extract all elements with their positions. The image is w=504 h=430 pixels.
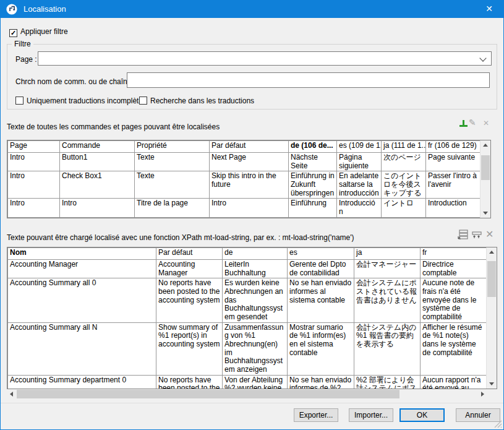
controls-table-vscrollbar[interactable]: [480, 140, 490, 218]
table-row[interactable]: Intro Label1 Texte Expense Reports Demo …: [8, 217, 481, 218]
cell[interactable]: Intro: [60, 199, 135, 217]
search-input[interactable]: [127, 72, 490, 88]
apply-filter-checkbox[interactable]: ✓Appliquer filtre: [9, 25, 68, 37]
cell[interactable]: Texte: [135, 217, 210, 218]
column-header-ja[interactable]: ja (111 de 1...: [382, 141, 426, 153]
cell[interactable]: Texte: [135, 153, 210, 171]
vscroll-thumb[interactable]: [487, 261, 496, 297]
apply-filter-checkmark[interactable]: ✓: [9, 29, 17, 37]
cell[interactable]: 会計システム内の %1 報告書の要約を表示する: [354, 322, 421, 375]
titlebar[interactable]: Localisation ✕: [1, 1, 503, 18]
incomplete-translations-checkbox[interactable]: Uniquement traductions incomplètes: [15, 95, 147, 106]
page-filter-combobox[interactable]: [38, 51, 492, 66]
cell[interactable]: %2 部署により会計システムにポストされている報告書はありません: [354, 375, 421, 389]
resize-grip[interactable]: [494, 420, 502, 428]
cell[interactable]: Zusammenfassung von %1 Abrechnung(en) im…: [223, 322, 288, 375]
cell[interactable]: Accounting Summary department 0: [8, 375, 156, 389]
search-in-translations-checkbox[interactable]: Recherche dans les traductions: [139, 95, 254, 106]
column-header-propriete[interactable]: Propriété: [135, 141, 210, 153]
chevron-down-icon[interactable]: [479, 54, 486, 61]
cell[interactable]: No reports have been posted to the accou…: [156, 375, 223, 389]
cell[interactable]: LeiterIn Buchhaltung: [223, 260, 288, 278]
cell[interactable]: Accounting Manager: [156, 260, 223, 278]
table-row[interactable]: Intro Check Box1 Texte Skip this intro i…: [8, 171, 481, 199]
cell[interactable]: Titre de la page: [135, 199, 210, 217]
cell[interactable]: Mostrar sumario de %1 inform(es) en el s…: [288, 322, 354, 375]
table-row[interactable]: Intro Button1 Texte Next Page Nächste Se…: [8, 153, 481, 171]
delete-row-icon[interactable]: ✕: [485, 228, 493, 240]
cell[interactable]: Démonstration Notes de frais: [426, 217, 481, 218]
scroll-right-icon[interactable]: [477, 389, 487, 399]
column-header-par-defaut[interactable]: Par défaut: [156, 248, 223, 260]
scroll-up-icon[interactable]: [481, 140, 490, 150]
cell[interactable]: En adelante saltarse la introducción: [337, 171, 382, 199]
cell[interactable]: Demostración de los: [337, 217, 382, 218]
cell[interactable]: 会計マネージャー: [354, 260, 421, 278]
cell[interactable]: Accounting Summary all N: [8, 322, 156, 375]
cell[interactable]: Texte: [135, 171, 210, 199]
table-row[interactable]: Intro Intro Titre de la page Intro Einfü…: [8, 199, 481, 217]
table-row[interactable]: Accounting Manager Accounting Manager Le…: [8, 260, 487, 278]
scroll-up-icon[interactable]: [487, 247, 497, 257]
column-header-ja[interactable]: ja: [354, 248, 421, 260]
table-row[interactable]: Accounting Summary department 0 No repor…: [8, 375, 487, 389]
cell[interactable]: Aucun rapport n'a été envoyé au départem…: [421, 375, 487, 389]
cell[interactable]: Label1: [60, 217, 135, 218]
cell[interactable]: No reports have been posted to the accou…: [156, 278, 223, 322]
cell[interactable]: No se han enviado informes al sistema co…: [288, 278, 354, 322]
cell[interactable]: Directrice comptable: [421, 260, 487, 278]
cell[interactable]: Introduction: [426, 199, 481, 217]
table-row[interactable]: Accounting Summary all N Show summary of…: [8, 322, 487, 375]
cell[interactable]: Intro: [8, 217, 60, 218]
cell[interactable]: Einführung: [289, 199, 337, 217]
cell[interactable]: 会計システムにポストされている報告書はありません: [354, 278, 421, 322]
cell[interactable]: 経費の報告書のデモ: [382, 217, 426, 218]
scroll-down-icon[interactable]: [487, 379, 497, 389]
cell[interactable]: Es wurden keine Abrechnungen an das Buch…: [223, 278, 288, 322]
cell[interactable]: Accounting Summary all 0: [8, 278, 156, 322]
column-header-fr[interactable]: fr: [421, 248, 487, 260]
cell[interactable]: Introducción: [337, 199, 382, 217]
import-button[interactable]: Importer...: [349, 408, 393, 422]
scroll-left-icon[interactable]: [7, 389, 17, 399]
cell[interactable]: Expense Reports Demo: [210, 217, 289, 218]
column-header-es[interactable]: es (109 de 1...: [337, 141, 382, 153]
column-header-de[interactable]: de: [223, 248, 288, 260]
cell[interactable]: Spesenbericht Demo: [289, 217, 337, 218]
insert-row-icon[interactable]: [471, 229, 482, 240]
cell[interactable]: Next Page: [210, 153, 289, 171]
table-row[interactable]: Accounting Summary all 0 No reports have…: [8, 278, 487, 322]
search-in-translations-box[interactable]: [139, 97, 147, 105]
column-header-de[interactable]: de (106 de...: [289, 141, 337, 153]
cell[interactable]: Einführung in Zukunft überspringen: [289, 171, 337, 199]
close-icon[interactable]: ✕: [475, 1, 503, 18]
cell[interactable]: Skip this intro in the future: [210, 171, 289, 199]
cell[interactable]: Intro: [8, 153, 60, 171]
cell[interactable]: 次のページ: [382, 153, 426, 171]
cell[interactable]: Página siguiente: [337, 153, 382, 171]
cell[interactable]: Intro: [8, 171, 60, 199]
cell[interactable]: Gerente del Dpto de contabilidad: [288, 260, 354, 278]
cell[interactable]: Accounting Manager: [8, 260, 156, 278]
hscroll-thumb[interactable]: [17, 390, 399, 398]
column-header-fr[interactable]: fr (106 de 129): [426, 141, 481, 153]
incomplete-translations-box[interactable]: [15, 97, 23, 105]
append-icon[interactable]: [459, 119, 468, 127]
vscroll-thumb[interactable]: [481, 155, 490, 180]
strings-table-hscrollbar[interactable]: [7, 389, 487, 399]
cell[interactable]: Button1: [60, 153, 135, 171]
cell[interactable]: イントロ: [382, 199, 426, 217]
cell[interactable]: Intro: [8, 199, 60, 217]
column-header-par-defaut[interactable]: Par défaut: [210, 141, 289, 153]
cell[interactable]: このイントロを今後スキップする: [382, 171, 426, 199]
cell[interactable]: Page suivante: [426, 153, 481, 171]
strings-table-vscrollbar[interactable]: [486, 247, 497, 389]
scroll-down-icon[interactable]: [481, 208, 490, 218]
delete-icon[interactable]: ✕: [483, 119, 489, 127]
column-header-commande[interactable]: Commande: [60, 141, 135, 153]
cell[interactable]: Intro: [210, 199, 289, 217]
cell[interactable]: Show summary of %1 report(s) in accounti…: [156, 322, 223, 375]
column-header-page[interactable]: Page: [8, 141, 60, 153]
cell[interactable]: Von der Abteilung %2 wurden keine Abrech…: [223, 375, 288, 389]
column-header-nom[interactable]: Nom: [8, 248, 156, 260]
